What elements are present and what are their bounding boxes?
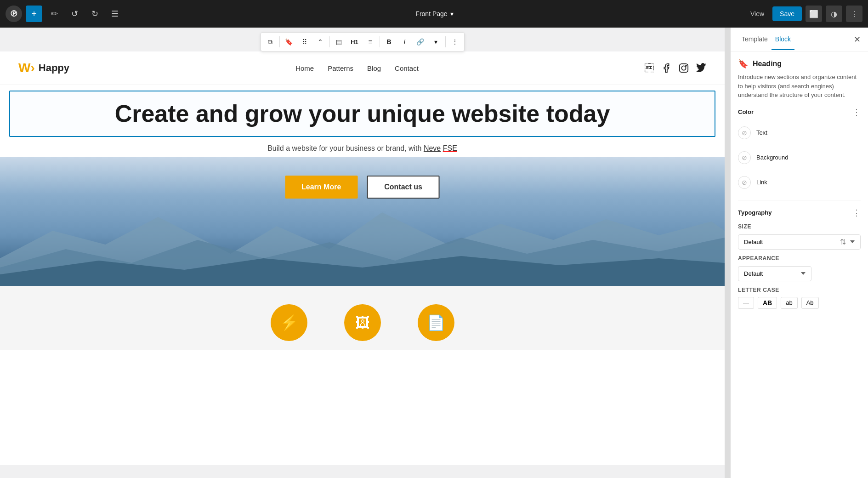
site-logo-icon: W› <box>18 61 35 75</box>
features-section: ⚡ 🖼 📄 <box>0 286 725 350</box>
heading-block[interactable]: Create and grow your unique website toda… <box>9 91 715 137</box>
toolbar-divider-4 <box>445 36 446 47</box>
more-options-button[interactable]: ⋮ <box>846 6 862 22</box>
slash-icon-link: ⊘ <box>742 179 747 186</box>
template-tab[interactable]: Template <box>738 29 772 50</box>
contact-us-button[interactable]: Contact us <box>367 176 440 199</box>
page-title-text: Front Page <box>415 10 447 17</box>
top-bar-right: View Save ⬜ ◑ ⋮ <box>746 6 862 22</box>
hero-buttons: Learn More Contact us <box>285 176 440 199</box>
site-name-text: Happy <box>39 62 69 74</box>
main-layout: ⧉ 🔖 ⠿ ⌃ ▤ H1 ≡ B I 🔗 ▾ ⋮ W› Happy <box>0 28 868 478</box>
block-toolbar: ⧉ 🔖 ⠿ ⌃ ▤ H1 ≡ B I 🔗 ▾ ⋮ <box>261 32 465 51</box>
wp-logo-icon: ℗ <box>6 6 22 22</box>
toolbar-divider-1 <box>279 36 280 47</box>
align-button[interactable]: ▤ <box>332 34 346 49</box>
letter-case-uppercase[interactable]: AB <box>758 297 777 309</box>
panel-divider-1 <box>738 200 861 200</box>
italic-button[interactable]: I <box>397 34 412 49</box>
link-color-label: Link <box>756 179 767 186</box>
hero-subtitle: Build a website for your business or bra… <box>0 137 725 153</box>
instagram-svg-icon <box>679 63 689 73</box>
slash-icon: ⊘ <box>742 129 747 137</box>
contrast-toggle-button[interactable]: ◑ <box>826 6 842 22</box>
toolbar-divider-3 <box>380 36 380 47</box>
typography-section-title: Typography <box>738 209 772 216</box>
appearance-section: APPEARANCE Default <box>738 255 861 281</box>
more-rich-text-button[interactable]: ▾ <box>429 34 443 49</box>
size-label: SIZE <box>738 223 861 230</box>
twitter-svg-icon <box>696 63 706 73</box>
letter-case-capitalize[interactable]: Ab <box>801 297 819 309</box>
save-button[interactable]: Save <box>772 6 802 21</box>
neve-link[interactable]: Neve <box>424 144 441 152</box>
layout-toggle-button[interactable]: ⬜ <box>806 6 822 22</box>
color-option-link: ⊘ Link <box>738 172 861 193</box>
add-block-button[interactable]: + <box>26 6 42 22</box>
move-up-down-button[interactable]: ⌃ <box>313 34 328 49</box>
letter-case-label: LETTER CASE <box>738 287 861 293</box>
color-section-dots[interactable]: ⋮ <box>852 107 861 117</box>
bookmark-icon: 🔖 <box>738 59 748 69</box>
block-options-button[interactable]: ⋮ <box>448 34 462 49</box>
typography-section-dots[interactable]: ⋮ <box>852 208 861 218</box>
block-tab[interactable]: Block <box>772 29 794 50</box>
background-color-label: Background <box>756 154 788 161</box>
nav-contact[interactable]: Contact <box>395 64 419 72</box>
svg-rect-0 <box>680 64 688 72</box>
svg-point-1 <box>681 66 686 70</box>
redo-button[interactable]: ↻ <box>86 6 103 22</box>
undo-button[interactable]: ↺ <box>66 6 83 22</box>
hero-section: Create and grow your unique website toda… <box>0 91 725 350</box>
background-color-circle[interactable]: ⊘ <box>738 151 751 164</box>
svg-point-2 <box>686 65 686 66</box>
facebook-icon[interactable]:  <box>645 63 654 74</box>
panel-header: Template Block ✕ <box>731 28 868 51</box>
bold-button[interactable]: B <box>382 34 397 49</box>
right-panel: Template Block ✕ 🔖 Heading Introduce new… <box>730 28 868 478</box>
fse-link[interactable]: FSE <box>443 144 457 152</box>
block-type-button[interactable]: 🔖 <box>282 34 296 49</box>
view-button[interactable]: View <box>746 7 769 20</box>
drag-handle-button[interactable]: ⠿ <box>297 34 312 49</box>
panel-block-desc: Introduce new sections and organize cont… <box>738 73 861 100</box>
toolbar-divider-2 <box>329 36 330 47</box>
nav-patterns[interactable]: Patterns <box>328 64 353 72</box>
color-section-header: Color ⋮ <box>738 107 861 117</box>
color-section-title: Color <box>738 108 754 115</box>
page-title-dropdown[interactable]: Front Page ▾ <box>415 10 453 17</box>
panel-close-button[interactable]: ✕ <box>854 34 861 45</box>
panel-block-title: Heading <box>753 60 782 68</box>
text-align-button[interactable]: ≡ <box>363 34 378 49</box>
text-color-circle[interactable]: ⊘ <box>738 126 751 139</box>
nav-home[interactable]: Home <box>295 64 314 72</box>
link-color-circle[interactable]: ⊘ <box>738 176 751 189</box>
letter-case-minus[interactable]: — <box>738 297 754 309</box>
letter-case-section: LETTER CASE — AB ab Ab <box>738 287 861 309</box>
appearance-dropdown[interactable]: Default <box>738 266 811 281</box>
editor-scrollbar[interactable] <box>725 28 730 478</box>
panel-block-header: 🔖 Heading <box>738 59 861 69</box>
list-view-button[interactable]: ☰ <box>107 6 123 22</box>
editor-area: ⧉ 🔖 ⠿ ⌃ ▤ H1 ≡ B I 🔗 ▾ ⋮ W› Happy <box>0 28 725 478</box>
site-logo-area: W› Happy <box>18 61 69 75</box>
learn-more-button[interactable]: Learn More <box>285 176 357 199</box>
chevron-down-icon: ▾ <box>450 10 454 17</box>
block-mover-button[interactable]: ⧉ <box>263 34 278 49</box>
size-dropdown[interactable]: Default <box>738 234 861 250</box>
page-title-area: Front Page ▾ <box>127 10 742 17</box>
color-option-text: ⊘ Text <box>738 123 861 143</box>
letter-case-lowercase[interactable]: ab <box>781 297 797 309</box>
heading-level-button[interactable]: H1 <box>347 34 362 49</box>
typography-section-header: Typography ⋮ <box>738 208 861 218</box>
link-button[interactable]: 🔗 <box>413 34 428 49</box>
site-header: W› Happy Home Patterns Blog Contact  <box>0 51 725 85</box>
top-bar: ℗ + ✏ ↺ ↻ ☰ Front Page ▾ View Save ⬜ ◑ ⋮ <box>0 0 868 28</box>
nav-blog[interactable]: Blog <box>367 64 381 72</box>
appearance-label: APPEARANCE <box>738 255 861 262</box>
feature-icon-1: ⚡ <box>271 304 307 341</box>
edit-mode-button[interactable]: ✏ <box>46 6 62 22</box>
size-section: SIZE Default ⇅ <box>738 223 861 250</box>
heading-text[interactable]: Create and grow your unique website toda… <box>24 101 701 127</box>
site-nav: Home Patterns Blog Contact <box>69 64 645 72</box>
